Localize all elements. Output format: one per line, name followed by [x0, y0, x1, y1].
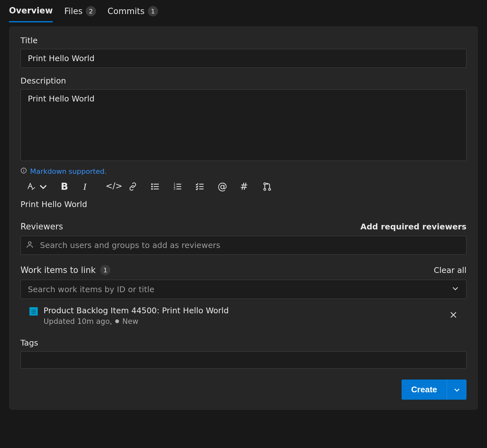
- markdown-supported-link[interactable]: Markdown supported.: [30, 167, 107, 175]
- svg-point-19: [264, 188, 266, 190]
- add-required-reviewers-button[interactable]: Add required reviewers: [360, 222, 467, 231]
- create-dropdown-button[interactable]: [447, 380, 467, 400]
- title-label: Title: [20, 36, 467, 45]
- tab-count-badge: 2: [86, 6, 96, 16]
- state-dot-icon: [115, 319, 119, 323]
- tab-count-badge: 1: [148, 6, 158, 16]
- code-button[interactable]: </>: [106, 182, 115, 191]
- numbered-list-button[interactable]: 123: [173, 182, 182, 191]
- linked-work-item: Product Backlog Item 44500: Print Hello …: [20, 299, 467, 329]
- tab-label: Overview: [9, 6, 53, 15]
- combo-placeholder: Search work items by ID or title: [28, 285, 154, 294]
- remove-work-item-button[interactable]: [449, 311, 458, 321]
- tab-bar: Overview Files 2 Commits 1: [0, 0, 487, 22]
- create-button[interactable]: Create: [402, 380, 447, 400]
- description-label: Description: [20, 76, 467, 85]
- title-input[interactable]: [20, 49, 467, 68]
- reviewers-input[interactable]: [20, 236, 467, 255]
- description-textarea[interactable]: [20, 89, 467, 161]
- bulleted-list-button[interactable]: [150, 182, 160, 191]
- hash-button[interactable]: #: [240, 182, 250, 191]
- tab-overview[interactable]: Overview: [9, 6, 53, 22]
- clear-all-button[interactable]: Clear all: [434, 266, 467, 275]
- work-item-title[interactable]: Product Backlog Item 44500: Print Hello …: [44, 306, 229, 315]
- svg-point-20: [268, 188, 270, 190]
- italic-button[interactable]: I: [83, 182, 93, 191]
- svg-point-2: [23, 169, 24, 170]
- text-style-button[interactable]: [26, 182, 48, 191]
- tags-input[interactable]: [20, 351, 467, 369]
- svg-point-21: [28, 242, 31, 244]
- editor-toolbar: B I </> 123 @ #: [26, 182, 467, 191]
- form-panel: Title Description Markdown supported. B …: [9, 26, 478, 410]
- tab-commits[interactable]: Commits 1: [108, 6, 158, 22]
- pull-request-button[interactable]: [262, 182, 272, 191]
- work-item-updated: Updated 10m ago,: [44, 317, 112, 325]
- chevron-down-icon: [451, 284, 459, 294]
- create-split-button: Create: [402, 380, 467, 400]
- svg-point-6: [152, 184, 153, 185]
- svg-point-7: [152, 186, 153, 187]
- info-icon: [20, 167, 27, 175]
- svg-point-8: [152, 188, 153, 189]
- tags-label: Tags: [20, 338, 467, 348]
- link-button[interactable]: [128, 182, 138, 191]
- person-icon: [26, 240, 34, 251]
- tab-label: Files: [64, 6, 83, 16]
- checklist-button[interactable]: [195, 182, 205, 191]
- work-item-type-icon: [29, 307, 38, 316]
- bold-button[interactable]: B: [61, 182, 70, 191]
- mention-button[interactable]: @: [218, 182, 227, 191]
- work-items-count-badge: 1: [100, 265, 110, 275]
- description-preview: Print Hello World: [20, 200, 467, 209]
- work-items-label: Work items to link: [20, 265, 96, 275]
- svg-point-18: [264, 183, 266, 185]
- tab-files[interactable]: Files 2: [64, 6, 96, 22]
- tab-label: Commits: [108, 6, 145, 16]
- svg-text:3: 3: [174, 187, 176, 190]
- reviewers-label: Reviewers: [20, 222, 63, 231]
- work-items-search-combo[interactable]: Search work items by ID or title: [20, 280, 467, 299]
- work-item-state: New: [122, 317, 138, 325]
